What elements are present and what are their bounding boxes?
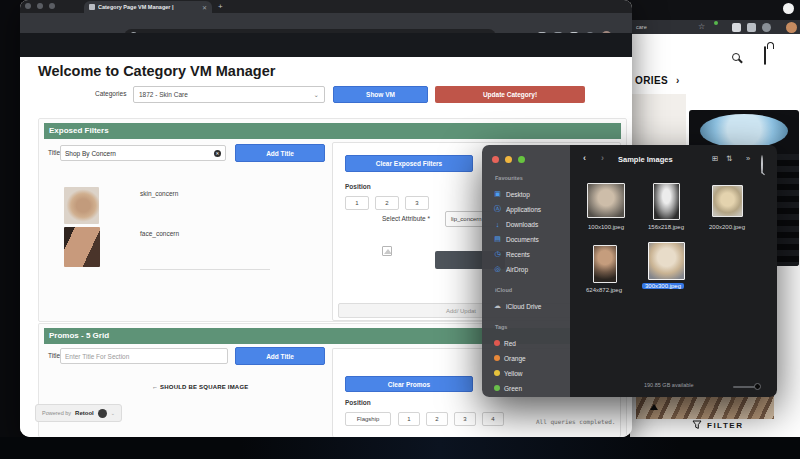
retool-brand: Retool [75, 410, 94, 416]
tab-strip: Category Page VM Manager | ✕ + [20, 0, 632, 13]
exposed-add-title-button[interactable]: Add Title [235, 144, 325, 162]
browser-toolbar: ← → ↻ lbb.retool.com /apps/Category%20Pa… [20, 13, 632, 33]
desktop-bottom-strip [0, 437, 800, 459]
more-toolbar-icon[interactable]: » [746, 154, 750, 163]
rear-browser-toolbar: care ☆ [630, 20, 800, 34]
sidebar-tag-red[interactable]: Red [494, 336, 516, 350]
sidebar-tag-green[interactable]: Green [494, 381, 522, 395]
record-icon[interactable] [98, 409, 107, 418]
tag-dot-green [494, 385, 500, 391]
close-tab-icon[interactable]: ✕ [202, 4, 207, 11]
finder-window-title: Sample Images [618, 155, 673, 164]
file-name-selected[interactable]: 300x300.jpeg [642, 283, 684, 289]
bookmark-star-icon[interactable]: ☆ [698, 23, 705, 31]
finder-content: ‹ › Sample Images ⊞ ⇅ » 100x100.jpeg 156… [570, 145, 777, 397]
extension-icon[interactable] [732, 23, 741, 32]
categories-heading-fragment: ORIES [635, 75, 668, 86]
category-select-value: 1872 - Skin Care [139, 91, 188, 98]
sidebar-item-icloud-drive[interactable]: ☁iCloud Drive [493, 299, 541, 313]
chevron-down-icon: ⌄ [314, 91, 319, 99]
documents-icon: ▤ [493, 235, 502, 243]
file-thumbnail[interactable] [653, 183, 680, 220]
extensions-pin-icon[interactable] [762, 23, 771, 32]
file-thumbnail[interactable] [712, 185, 743, 217]
grid-view-icon[interactable]: ⊞ [712, 154, 718, 163]
retool-header: ⋮ Category Page VM Manager Previewing v1… [20, 33, 632, 57]
tab-favicon [89, 4, 95, 10]
exposed-filters-header: Exposed Filters [44, 123, 621, 139]
tag-label: Green [504, 385, 522, 392]
position-button-3[interactable]: 3 [454, 412, 476, 426]
applications-icon: Ⓐ [493, 204, 502, 214]
tag-label: Orange [504, 355, 526, 362]
sidebar-item-label: AirDrop [506, 266, 528, 273]
queries-status: All queries completed. [536, 418, 615, 425]
filter-thumbnail-skin-concern[interactable] [64, 187, 99, 224]
recording-indicator-dot [783, 3, 794, 14]
icloud-header: iCloud [495, 287, 512, 293]
new-tab-button[interactable]: + [218, 2, 223, 11]
filter-thumbnail-face-concern[interactable] [64, 227, 100, 267]
file-name[interactable]: 624x872.jpeg [580, 287, 628, 293]
attribute-select-value: lip_concern [451, 216, 482, 222]
close-window-button[interactable] [492, 156, 499, 163]
file-thumbnail[interactable] [587, 183, 625, 218]
position-button-4[interactable]: 4 [482, 412, 504, 426]
clear-exposed-filters-button[interactable]: Clear Exposed Filters [345, 155, 473, 172]
file-name[interactable]: 200x200.jpeg [703, 224, 751, 230]
clock-icon: ◷ [493, 250, 502, 258]
zoom-window-button[interactable] [49, 3, 55, 9]
search-icon[interactable] [732, 53, 740, 61]
shopping-bag-icon[interactable] [764, 46, 766, 65]
clear-input-icon[interactable]: ✕ [214, 150, 221, 157]
file-thumbnail[interactable] [593, 245, 617, 283]
divider [140, 269, 270, 270]
category-select[interactable]: 1872 - Skin Care ⌄ [133, 86, 325, 103]
profile-avatar[interactable] [786, 22, 797, 33]
sidebar-item-applications[interactable]: ⒶApplications [493, 202, 541, 216]
sidebar-item-desktop[interactable]: ▣Desktop [493, 187, 530, 201]
promos-title-input[interactable] [60, 348, 228, 364]
search-icon[interactable] [761, 155, 763, 174]
desktop: care ☆ ORIES › FILTER [0, 0, 800, 459]
file-name[interactable]: 100x100.jpeg [582, 224, 630, 230]
extension-icon[interactable] [747, 23, 756, 32]
sidebar-item-documents[interactable]: ▤Documents [493, 232, 539, 246]
page-title: Welcome to Category VM Manager [38, 63, 275, 79]
file-thumbnail-selected[interactable] [648, 242, 685, 280]
position-label: Position [345, 399, 371, 406]
position-button-3[interactable]: 3 [405, 196, 429, 210]
back-icon[interactable]: ‹ [583, 153, 586, 163]
tag-label: Red [504, 340, 516, 347]
browser-tab[interactable]: Category Page VM Manager | ✕ [84, 1, 212, 13]
close-window-button[interactable] [25, 3, 31, 9]
promos-add-title-button[interactable]: Add Title [235, 347, 325, 365]
position-button-2[interactable]: 2 [375, 196, 399, 210]
sidebar-item-label: iCloud Drive [506, 303, 541, 310]
sort-icon[interactable]: ⇅ [726, 154, 732, 163]
sidebar-item-recents[interactable]: ◷Recents [493, 247, 530, 261]
chevron-right-icon[interactable]: › [676, 75, 679, 86]
sidebar-item-airdrop[interactable]: ◎AirDrop [493, 262, 528, 276]
sidebar-item-downloads[interactable]: ↓Downloads [493, 217, 538, 231]
powered-by-retool-badge[interactable]: Powered by Retool ⌄ [35, 404, 122, 422]
position-button-2[interactable]: 2 [426, 412, 448, 426]
position-button-flagship[interactable]: Flagship [345, 412, 391, 426]
clear-promos-button[interactable]: Clear Promos [345, 376, 473, 392]
show-vm-button[interactable]: Show VM [333, 86, 428, 103]
minimize-window-button[interactable] [505, 156, 512, 163]
exposed-title-value: Shop By Concern [65, 150, 116, 157]
forward-icon[interactable]: › [601, 153, 604, 163]
sidebar-tag-yellow[interactable]: Yellow [494, 366, 523, 380]
sidebar-tag-orange[interactable]: Orange [494, 351, 526, 365]
position-button-1[interactable]: 1 [345, 196, 369, 210]
position-button-1[interactable]: 1 [398, 412, 420, 426]
minimize-window-button[interactable] [37, 3, 43, 9]
rear-url-fragment: care [636, 24, 647, 30]
filter-button[interactable]: FILTER [692, 420, 743, 430]
slider-knob[interactable] [754, 383, 761, 390]
update-category-button[interactable]: Update Category! [435, 86, 585, 103]
exposed-title-input[interactable]: Shop By Concern ✕ [60, 145, 226, 161]
file-name[interactable]: 156x218.jpeg [642, 224, 690, 230]
zoom-window-button[interactable] [518, 156, 525, 163]
